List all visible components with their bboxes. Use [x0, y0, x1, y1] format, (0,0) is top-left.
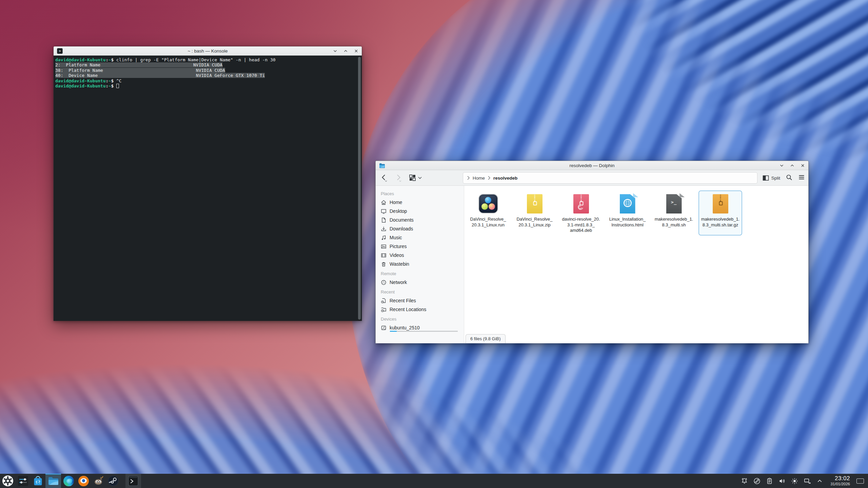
gimp-button[interactable]	[91, 474, 106, 488]
selected-output: 38: Platform Name NVIDIA CUDA	[55, 68, 225, 73]
sidebar-item-recent-files[interactable]: Recent Files	[376, 296, 464, 305]
breadcrumb-home[interactable]: Home	[473, 176, 485, 181]
digital-clock[interactable]: 23:02 31/01/2026	[830, 475, 850, 486]
chevron-down-icon	[333, 49, 337, 53]
sidebar-item-music[interactable]: Music	[376, 233, 464, 242]
sidebar-item-videos[interactable]: Videos	[376, 251, 464, 260]
back-button[interactable]	[380, 174, 388, 182]
chevron-right-icon	[487, 176, 491, 180]
steam-tray-button[interactable]	[752, 474, 762, 488]
dolphin-icon	[48, 476, 59, 486]
notifications-tray-button[interactable]	[739, 474, 749, 488]
clock-time: 23:02	[830, 475, 850, 481]
file-item-selected[interactable]: makeresolvedeb_1.8.3_multi.sh.tar.gz	[697, 190, 744, 236]
clipboard-tray-button[interactable]	[764, 474, 774, 488]
file-item[interactable]: DaVinci_Resolve_20.3.1_Linux.run	[465, 190, 511, 236]
close-button[interactable]	[354, 48, 358, 53]
breadcrumb-current[interactable]: resolvedeb	[493, 176, 517, 181]
volume-icon	[778, 477, 786, 485]
places-panel: Places Home Desktop Documents Downloads	[376, 186, 464, 343]
chevron-up-icon	[816, 477, 824, 485]
file-item[interactable]: Linux_Installation_Instructions.html	[604, 190, 651, 236]
discover-button[interactable]	[31, 474, 45, 488]
search-button[interactable]	[786, 174, 793, 182]
split-view-button[interactable]: Split	[763, 175, 780, 181]
terminal-line: david@david-Kubuntu:~$	[55, 83, 361, 88]
maximize-button[interactable]	[790, 163, 794, 168]
blender-icon	[78, 476, 89, 486]
sidebar-item-pictures[interactable]: Pictures	[376, 242, 464, 251]
system-settings-button[interactable]	[16, 474, 31, 488]
recent-files-icon	[381, 298, 387, 304]
section-header-recent: Recent	[376, 287, 464, 296]
app-launcher-button[interactable]	[0, 474, 16, 488]
sidebar-item-desktop[interactable]: Desktop	[376, 207, 464, 216]
chevron-up-icon	[343, 49, 348, 53]
steam-button[interactable]	[106, 474, 121, 488]
hamburger-menu-icon	[798, 174, 805, 180]
konsole-task-button[interactable]	[125, 474, 141, 488]
dolphin-titlebar[interactable]: resolvedeb — Dolphin	[376, 161, 808, 170]
network-tray-button[interactable]	[802, 474, 812, 488]
minimize-button[interactable]	[333, 48, 337, 53]
sidebar-item-wastebin[interactable]: Wastebin	[376, 260, 464, 268]
file-item[interactable]: DaVinci_Resolve_20.3.1_Linux.zip	[511, 190, 558, 236]
konsole-window: > ~ : bash — Konsole david@david-Kubuntu…	[53, 46, 362, 321]
music-icon	[381, 235, 387, 241]
blender-button[interactable]	[76, 474, 91, 488]
terminal-scrollbar[interactable]	[358, 57, 361, 320]
minimize-button[interactable]	[779, 163, 784, 168]
peek-desktop-button[interactable]	[856, 479, 864, 484]
menu-button[interactable]	[798, 174, 805, 182]
davinci-resolve-run-icon	[477, 193, 499, 215]
shell-script-icon: >_	[663, 193, 685, 215]
split-view-label: Split	[771, 176, 780, 181]
deb-package-icon	[570, 193, 592, 215]
section-header-devices: Devices	[376, 314, 464, 323]
close-button[interactable]	[800, 163, 805, 168]
steam-icon	[108, 475, 119, 486]
notifications-icon	[741, 477, 748, 485]
status-bar: 6 files (9.8 GiB)	[466, 334, 506, 343]
maximize-button[interactable]	[343, 48, 348, 53]
sidebar-item-recent-locations[interactable]: Recent Locations	[376, 305, 464, 314]
night-color-tray-button[interactable]	[789, 474, 800, 488]
wastebin-icon	[381, 261, 387, 267]
file-item[interactable]: >_ makeresolvedeb_1.8.3_multi.sh	[651, 190, 697, 236]
section-header-places: Places	[376, 188, 464, 198]
terminal-cursor	[116, 84, 119, 88]
device-capacity-bar	[390, 331, 458, 332]
view-mode-button[interactable]	[409, 174, 422, 182]
terminal-view[interactable]: david@david-Kubuntu:~$clinfo | grep -E "…	[54, 56, 362, 321]
network-icon	[803, 477, 811, 485]
prompt-user-host: david@david-Kubuntu	[55, 57, 106, 62]
sidebar-item-home[interactable]: Home	[376, 198, 464, 207]
device-capacity-fill	[390, 331, 397, 332]
folder-view[interactable]: DaVinci_Resolve_20.3.1_Linux.run DaVinci…	[464, 186, 808, 343]
dolphin-task-button[interactable]	[45, 474, 61, 488]
expand-tray-button[interactable]	[814, 474, 825, 488]
forward-button[interactable]	[395, 174, 402, 182]
home-icon	[381, 200, 387, 205]
file-grid: DaVinci_Resolve_20.3.1_Linux.run DaVinci…	[464, 186, 808, 236]
night-color-icon	[791, 477, 798, 485]
terminal-line: 38: Platform Name NVIDIA CUDA	[55, 68, 361, 73]
kubuntu-launcher-icon	[2, 475, 14, 487]
sidebar-item-documents[interactable]: Documents	[376, 216, 464, 224]
sidebar-item-kubuntu-2510[interactable]: kubuntu_2510	[376, 323, 464, 332]
file-item[interactable]: davinci-resolve_20.3.1-mrd1.8.3_amd64.de…	[558, 190, 604, 236]
interrupt-text: ^C	[116, 78, 122, 83]
volume-tray-button[interactable]	[777, 474, 787, 488]
terminal-line: david@david-Kubuntu:~$clinfo | grep -E "…	[55, 57, 361, 62]
scrollbar-thumb[interactable]	[358, 57, 361, 320]
clock-date: 31/01/2026	[830, 482, 850, 486]
konsole-titlebar[interactable]: > ~ : bash — Konsole	[54, 46, 362, 56]
downloads-icon	[381, 226, 387, 232]
chevron-right-icon	[467, 176, 470, 180]
sidebar-item-downloads[interactable]: Downloads	[376, 224, 464, 233]
tar-gz-archive-icon	[710, 193, 731, 215]
breadcrumb[interactable]: Home resolvedeb	[463, 172, 757, 184]
sidebar-item-network[interactable]: Network	[376, 278, 464, 287]
system-tray: 23:02 31/01/2026	[739, 474, 868, 488]
edge-button[interactable]	[61, 474, 76, 488]
